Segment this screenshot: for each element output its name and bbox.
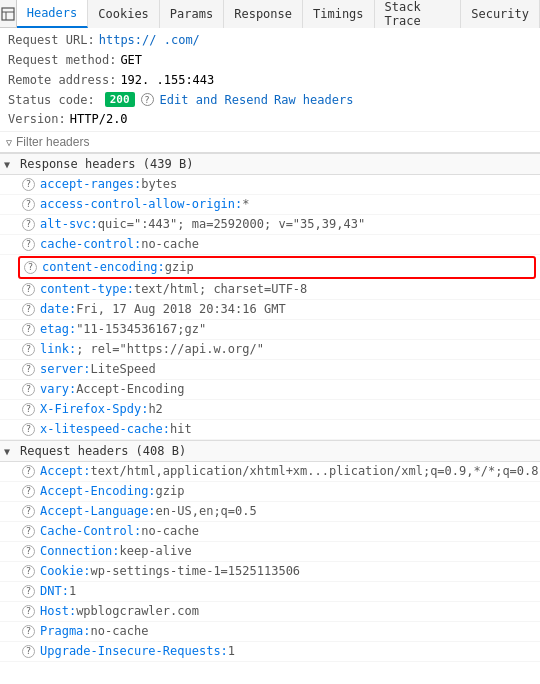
filter-icon: ▽ (6, 137, 12, 148)
raw-headers-link[interactable]: Raw headers (274, 93, 353, 107)
response-header-item: ? date: Fri, 17 Aug 2018 20:34:16 GMT (0, 300, 540, 320)
header-value: quic=":443"; ma=2592000; v="35,39,43" (98, 216, 365, 233)
header-value: * (242, 196, 249, 213)
header-help-icon[interactable]: ? (22, 645, 35, 658)
svg-rect-0 (2, 8, 14, 20)
header-name: server: (40, 361, 91, 378)
request-info: Request URL: https:// .com/ Request meth… (0, 28, 540, 132)
tab-cookies[interactable]: Cookies (88, 0, 160, 28)
remote-address-value: 192. .155:443 (120, 71, 214, 89)
header-value: keep-alive (119, 543, 191, 560)
version-value: HTTP/2.0 (70, 110, 128, 128)
header-name: link: (40, 341, 76, 358)
request-chevron-icon: ▼ (4, 446, 16, 457)
header-help-icon[interactable]: ? (22, 178, 35, 191)
header-help-icon[interactable]: ? (22, 383, 35, 396)
header-value: 1 (228, 643, 235, 660)
response-headers-list: ? accept-ranges: bytes ? access-control-… (0, 175, 540, 440)
tab-timings[interactable]: Timings (303, 0, 375, 28)
header-help-icon[interactable]: ? (22, 465, 35, 478)
filter-bar: ▽ (0, 132, 540, 153)
header-name: date: (40, 301, 76, 318)
request-header-item: ? Accept-Language: en-US,en;q=0.5 (0, 502, 540, 522)
header-help-icon[interactable]: ? (22, 363, 35, 376)
status-code-label: Status code: (8, 93, 95, 107)
header-name: Accept-Encoding: (40, 483, 156, 500)
header-help-icon[interactable]: ? (22, 403, 35, 416)
header-help-icon[interactable]: ? (22, 505, 35, 518)
header-name: X-Firefox-Spdy: (40, 401, 148, 418)
request-header-item: ? Accept-Encoding: gzip (0, 482, 540, 502)
tab-stack-trace[interactable]: Stack Trace (375, 0, 462, 28)
response-header-item: ? content-encoding: gzip (18, 256, 536, 279)
tab-params[interactable]: Params (160, 0, 224, 28)
response-header-item: ? cache-control: no-cache (0, 235, 540, 255)
response-header-item: ? etag: "11-1534536167;gz" (0, 320, 540, 340)
header-value: gzip (156, 483, 185, 500)
header-name: alt-svc: (40, 216, 98, 233)
header-name: Cookie: (40, 563, 91, 580)
request-headers-label: Request headers (408 B) (20, 444, 186, 458)
header-help-icon[interactable]: ? (22, 585, 35, 598)
request-header-item: ? Pragma: no-cache (0, 622, 540, 642)
tab-headers[interactable]: Headers (17, 0, 89, 28)
header-help-icon[interactable]: ? (22, 423, 35, 436)
header-help-icon[interactable]: ? (22, 485, 35, 498)
header-value: no-cache (141, 236, 199, 253)
tab-security[interactable]: Security (461, 0, 540, 28)
edit-resend-link[interactable]: Edit and Resend (160, 93, 268, 107)
header-help-icon[interactable]: ? (24, 261, 37, 274)
header-help-icon[interactable]: ? (22, 303, 35, 316)
header-name: Host: (40, 603, 76, 620)
request-method-row: Request method: GET (4, 50, 536, 70)
request-header-item: ? Host: wpblogcrawler.com (0, 602, 540, 622)
header-name: Connection: (40, 543, 119, 560)
request-method-value: GET (120, 51, 142, 69)
panel-icon (0, 0, 17, 28)
header-value: ; rel="https://api.w.org/" (76, 341, 264, 358)
header-help-icon[interactable]: ? (22, 525, 35, 538)
request-method-label: Request method: (8, 51, 116, 69)
header-help-icon[interactable]: ? (22, 545, 35, 558)
header-name: Accept-Language: (40, 503, 156, 520)
header-name: content-encoding: (42, 259, 165, 276)
header-name: Cache-Control: (40, 523, 141, 540)
header-help-icon[interactable]: ? (22, 343, 35, 356)
request-headers-section[interactable]: ▼ Request headers (408 B) (0, 440, 540, 462)
request-headers-list: ? Accept: text/html,application/xhtml+xm… (0, 462, 540, 662)
header-help-icon[interactable]: ? (22, 565, 35, 578)
header-help-icon[interactable]: ? (22, 605, 35, 618)
request-header-item: ? Connection: keep-alive (0, 542, 540, 562)
header-value: en-US,en;q=0.5 (156, 503, 257, 520)
header-help-icon[interactable]: ? (22, 283, 35, 296)
header-help-icon[interactable]: ? (22, 625, 35, 638)
header-name: Upgrade-Insecure-Requests: (40, 643, 228, 660)
response-headers-label: Response headers (439 B) (20, 157, 193, 171)
header-help-icon[interactable]: ? (22, 238, 35, 251)
tab-bar: Headers Cookies Params Response Timings … (0, 0, 540, 28)
response-headers-section[interactable]: ▼ Response headers (439 B) (0, 153, 540, 175)
version-label: Version: (8, 110, 66, 128)
header-value: text/html; charset=UTF-8 (134, 281, 307, 298)
header-value: wpblogcrawler.com (76, 603, 199, 620)
tab-response[interactable]: Response (224, 0, 303, 28)
header-help-icon[interactable]: ? (22, 218, 35, 231)
header-help-icon[interactable]: ? (22, 323, 35, 336)
status-help-icon[interactable]: ? (141, 93, 154, 106)
status-badge: 200 (105, 92, 135, 107)
status-code-row: Status code: 200 ? Edit and Resend Raw h… (4, 90, 536, 109)
header-name: etag: (40, 321, 76, 338)
header-name: access-control-allow-origin: (40, 196, 242, 213)
header-help-icon[interactable]: ? (22, 198, 35, 211)
header-value: no-cache (91, 623, 149, 640)
header-name: vary: (40, 381, 76, 398)
header-value: wp-settings-time-1=1525113506 (91, 563, 301, 580)
filter-input[interactable] (16, 135, 534, 149)
header-value: "11-1534536167;gz" (76, 321, 206, 338)
remote-address-label: Remote address: (8, 71, 116, 89)
header-value: Accept-Encoding (76, 381, 184, 398)
request-url-value: https:// .com/ (99, 31, 200, 49)
response-header-item: ? accept-ranges: bytes (0, 175, 540, 195)
request-header-item: ? Cookie: wp-settings-time-1=1525113506 (0, 562, 540, 582)
response-header-item: ? x-litespeed-cache: hit (0, 420, 540, 440)
